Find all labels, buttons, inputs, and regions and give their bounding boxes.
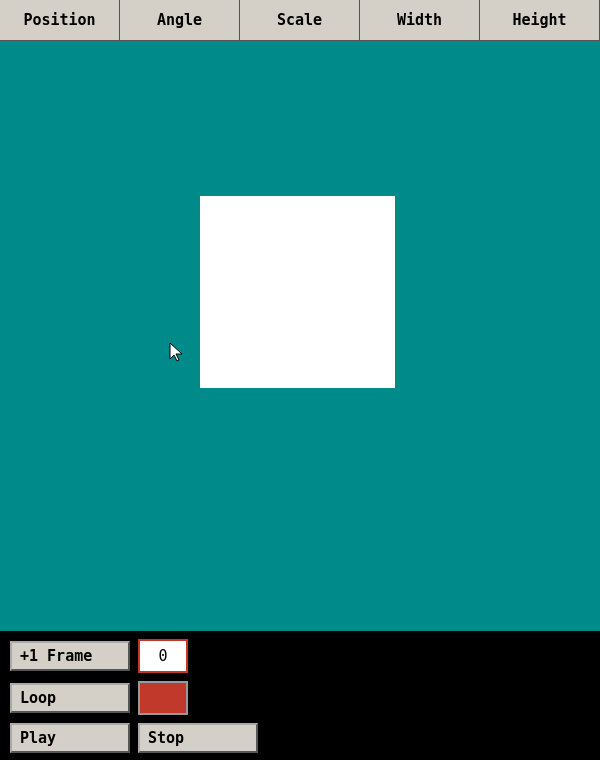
color-swatch[interactable] [138, 681, 188, 715]
tab-scale[interactable]: Scale [240, 0, 360, 40]
svg-marker-0 [170, 343, 182, 361]
tab-width[interactable]: Width [360, 0, 480, 40]
frame-button[interactable]: +1 Frame [10, 641, 130, 671]
frame-row: +1 Frame [10, 639, 590, 673]
tab-height[interactable]: Height [480, 0, 600, 40]
canvas-area [0, 41, 600, 631]
playback-row: Play Stop [10, 723, 590, 753]
loop-row: Loop [10, 681, 590, 715]
frame-input[interactable] [138, 639, 188, 673]
tab-position[interactable]: Position [0, 0, 120, 40]
play-button[interactable]: Play [10, 723, 130, 753]
canvas-object[interactable] [200, 196, 395, 388]
stop-button[interactable]: Stop [138, 723, 258, 753]
loop-button[interactable]: Loop [10, 683, 130, 713]
tab-bar: Position Angle Scale Width Height [0, 0, 600, 41]
controls-panel: +1 Frame Loop Play Stop [0, 631, 600, 760]
tab-angle[interactable]: Angle [120, 0, 240, 40]
